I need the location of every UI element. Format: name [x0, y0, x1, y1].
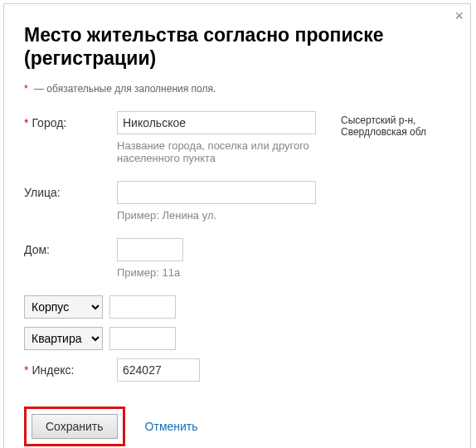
row-house: Дом: Пример: 11а: [24, 238, 450, 290]
required-note-text: — обязательные для заполнения поля.: [34, 83, 216, 95]
save-highlight: Сохранить: [24, 407, 125, 446]
city-region: Сысертский р-н, Свердловская обл: [334, 111, 450, 138]
label-index: *Индекс:: [24, 358, 117, 377]
cancel-link[interactable]: Отменить: [145, 420, 198, 433]
corpus-type-select[interactable]: Корпус: [24, 295, 103, 319]
house-input[interactable]: [117, 238, 183, 261]
label-city: *Город:: [24, 111, 117, 129]
required-note: * — обязательные для заполнения поля.: [24, 83, 450, 95]
corpus-input[interactable]: [109, 295, 176, 319]
close-icon[interactable]: ×: [454, 7, 464, 25]
street-hint: Пример: Ленина ул.: [117, 209, 334, 222]
asterisk-icon: *: [24, 116, 28, 129]
asterisk-icon: *: [24, 83, 28, 95]
address-modal: × Место жительства согласно прописке (ре…: [3, 3, 471, 448]
row-apartment: Квартира: [24, 327, 450, 350]
row-city: *Город: Название города, поселка или дру…: [24, 111, 450, 176]
city-hint: Название города, поселка или другого нас…: [117, 139, 334, 164]
save-button[interactable]: Сохранить: [32, 414, 118, 439]
asterisk-icon: *: [24, 363, 28, 377]
street-input[interactable]: [117, 181, 316, 204]
index-input[interactable]: [117, 358, 200, 382]
modal-title: Место жительства согласно прописке (реги…: [24, 24, 450, 70]
actions-bar: Сохранить Отменить: [24, 407, 450, 446]
label-house: Дом:: [24, 238, 117, 256]
house-hint: Пример: 11а: [117, 266, 334, 279]
row-corpus: Корпус: [24, 295, 450, 319]
city-input[interactable]: [117, 111, 316, 134]
label-street: Улица:: [24, 181, 117, 199]
apartment-input[interactable]: [109, 327, 176, 350]
row-index: *Индекс:: [24, 358, 450, 382]
apartment-type-select[interactable]: Квартира: [24, 327, 103, 350]
row-street: Улица: Пример: Ленина ул.: [24, 181, 450, 233]
